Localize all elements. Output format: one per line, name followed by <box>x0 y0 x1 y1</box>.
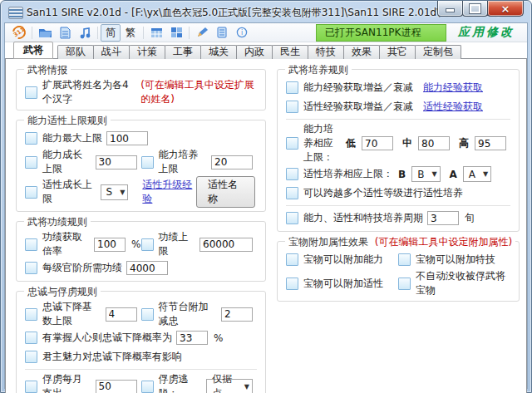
apt-train-b-select[interactable]: B ▼ <box>411 166 440 182</box>
ability-max-input[interactable] <box>106 131 148 145</box>
checkbox-ruler-charm[interactable] <box>25 351 37 363</box>
ability-train-input[interactable] <box>211 155 253 169</box>
checkbox-ability-growth[interactable] <box>25 156 37 169</box>
tab-construction[interactable]: 工事 <box>165 45 201 59</box>
checkbox-apt-exp-gain[interactable] <box>286 101 298 113</box>
apt-names-button[interactable]: 适性名称 <box>196 176 255 208</box>
attach-process-311-icon: 311 <box>10 23 28 42</box>
checkbox-captive-escape[interactable] <box>141 381 154 393</box>
merit-per-rank-input[interactable] <box>126 261 168 275</box>
checkbox-cross-grade-training[interactable] <box>286 187 298 199</box>
traditional-chinese-button[interactable]: 繁 <box>121 24 140 42</box>
checkbox-ability-train[interactable] <box>141 156 154 169</box>
group-treasure-effects: 宝物附加属性效果 (可在编辑工具中设定附加属性) 宝物可以附加能力 宝物可以附加… <box>277 241 520 302</box>
tab-stratagem[interactable]: 计策 <box>129 45 165 59</box>
checkbox-ability-exp-gain[interactable] <box>286 81 298 94</box>
apt-upgrade-exp-link[interactable]: 适性升级经验 <box>142 178 196 206</box>
edit-pencil-icon <box>196 27 209 38</box>
checkbox-merit-per-rank[interactable] <box>25 262 37 274</box>
minimize-button[interactable] <box>437 1 463 17</box>
blocks-view-button[interactable] <box>166 24 186 42</box>
loyalty-drop-base-input[interactable] <box>106 307 137 322</box>
merit-rate-input[interactable] <box>94 238 126 252</box>
checkbox-ability-train-limits[interactable] <box>286 137 298 150</box>
checkbox-treasure-add-apt[interactable] <box>286 278 298 290</box>
table-grid-icon <box>150 27 163 38</box>
captive-escape-select[interactable]: 仅据点 ▼ <box>206 379 253 393</box>
divider <box>286 119 510 120</box>
save-file-button[interactable] <box>55 24 75 42</box>
checkbox-merit-rate[interactable] <box>25 238 37 251</box>
generals-tab-page: 武将情报 扩展武将姓名为各4个汉字 (可在编辑工具中设定扩展的姓名) 能力适性上… <box>5 58 527 393</box>
notebook-button[interactable] <box>212 24 232 42</box>
hint-text: (可在编辑工具中设定附加属性) <box>375 236 512 248</box>
unit-label: % <box>131 238 140 250</box>
checkbox-ability-max[interactable] <box>25 132 37 145</box>
checkbox-merit-cap[interactable] <box>141 238 154 251</box>
people-heart-input[interactable] <box>176 331 208 345</box>
checkbox-label: 能力培养上限 <box>159 148 208 176</box>
checkbox-training-cycle[interactable] <box>286 212 298 224</box>
info-icon: i <box>236 27 248 38</box>
captive-cost-input[interactable] <box>96 380 137 393</box>
checkbox-people-heart[interactable] <box>25 332 37 344</box>
music-tool-button[interactable] <box>75 24 95 42</box>
ability-train-mid-input[interactable] <box>418 136 450 150</box>
training-cycle-input[interactable] <box>427 211 459 225</box>
tab-generals[interactable]: 武将 <box>13 42 53 59</box>
group-title: 忠诚与俘虏规则 <box>24 285 101 299</box>
checkbox-fujietai[interactable] <box>141 308 154 321</box>
simplified-chinese-icon: 简 <box>106 27 116 37</box>
checkbox-extend-names[interactable] <box>25 86 37 99</box>
table-view-button[interactable] <box>146 24 166 42</box>
checkbox-label: 俘虏每月支出 <box>42 372 91 393</box>
checkbox-label: 可以跨越多个适性等级进行适性培养 <box>303 186 463 200</box>
checkbox-label: 适性经验获取增益／衰减 <box>303 100 413 114</box>
app-icon <box>8 7 23 19</box>
ability-growth-input[interactable] <box>96 155 137 169</box>
apt-train-a-select[interactable]: A ▼ <box>463 166 491 182</box>
ability-train-high-input[interactable] <box>475 136 506 150</box>
chevron-down-icon: ▼ <box>120 189 125 196</box>
checkbox-apt-train-limits[interactable] <box>286 168 298 180</box>
tab-others[interactable]: 其它 <box>379 45 416 59</box>
open-file-button[interactable] <box>35 24 55 42</box>
group-training-rules: 武将培养规则 能力经验获取增益／衰减 能力经验获取 适性经验获取增益／衰减 适性… <box>277 69 520 232</box>
group-merit-rules: 武将功绩规则 功绩获取倍率 % 功绩上限 <box>16 221 266 282</box>
close-button[interactable]: × <box>487 1 524 17</box>
checkbox-no-confiscate[interactable] <box>398 278 411 290</box>
tab-internal-affairs[interactable]: 内政 <box>236 45 273 59</box>
fujietai-input[interactable] <box>221 307 253 322</box>
blocks-icon <box>170 27 183 38</box>
checkbox-treasure-add-skill[interactable] <box>398 253 411 266</box>
title-bar[interactable]: San11 SIRE v2.01d - [F:\yx\血色衣冠5.0正式版[完整… <box>1 1 531 22</box>
apply-changes-button[interactable]: 应用修改 <box>458 25 515 40</box>
edit-tool-button[interactable] <box>192 24 212 42</box>
tab-battle[interactable]: 战斗 <box>93 45 130 59</box>
apt-exp-link[interactable]: 适性经验获取 <box>423 100 483 114</box>
tab-effects[interactable]: 效果 <box>343 45 380 59</box>
toolbar-separator <box>97 27 98 39</box>
about-button[interactable]: i <box>232 24 252 42</box>
group-general-info: 武将情报 扩展武将姓名为各4个汉字 (可在编辑工具中设定扩展的姓名) <box>16 69 266 111</box>
apt-growth-select[interactable]: S ▼ <box>101 184 129 200</box>
tab-troops[interactable]: 部队 <box>57 45 94 59</box>
ability-exp-link[interactable]: 能力经验获取 <box>423 81 483 95</box>
tab-cities[interactable]: 城关 <box>200 45 237 59</box>
checkbox-label: 宝物可以附加适性 <box>303 277 383 291</box>
merit-cap-input[interactable] <box>200 238 253 252</box>
tab-skills[interactable]: 特技 <box>308 45 344 59</box>
checkbox-apt-growth[interactable] <box>25 186 37 199</box>
checkbox-captive-cost[interactable] <box>25 381 37 393</box>
simplified-chinese-button[interactable]: 简 <box>101 24 121 42</box>
checkbox-label: 君主魅力对忠诚下降概率有影响 <box>42 350 182 364</box>
chevron-down-icon: ▼ <box>431 170 436 178</box>
checkbox-loyalty-drop-base[interactable] <box>25 308 37 321</box>
checkbox-treasure-add-ability[interactable] <box>286 253 298 266</box>
tab-livelihood[interactable]: 民生 <box>272 45 308 59</box>
ability-train-low-input[interactable] <box>362 136 393 150</box>
attach-process-button[interactable]: 311 <box>9 24 29 42</box>
tab-custom-package[interactable]: 定制包 <box>415 45 461 59</box>
maximize-button[interactable] <box>462 1 488 17</box>
checkbox-label: 能力、适性和特技培养周期 <box>303 211 423 225</box>
